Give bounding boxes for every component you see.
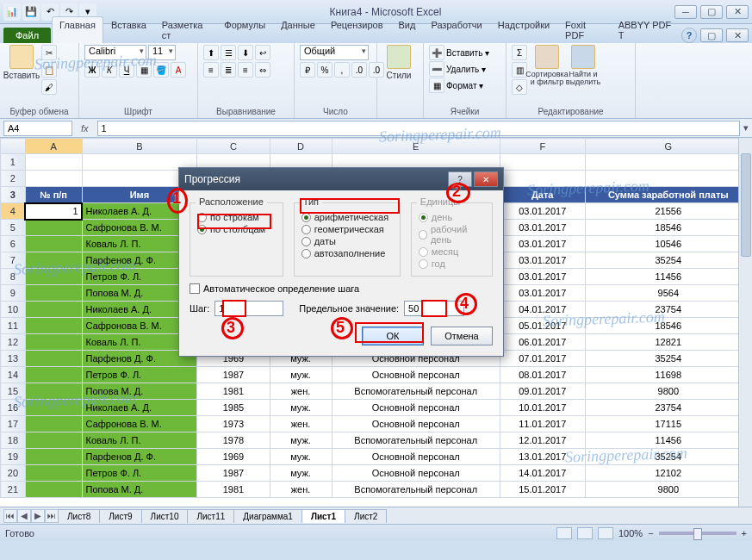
sheet-tab[interactable]: Лист11 bbox=[187, 509, 234, 523]
cell[interactable]: жен. bbox=[270, 383, 332, 400]
sheet-nav-prev[interactable]: ◀ bbox=[17, 509, 31, 523]
cell[interactable]: 03.01.2017 bbox=[500, 285, 585, 302]
sheet-tab[interactable]: Лист1 bbox=[301, 509, 345, 523]
row-header[interactable]: 6 bbox=[1, 236, 26, 252]
cell[interactable] bbox=[585, 171, 751, 187]
cell[interactable]: 12821 bbox=[585, 334, 751, 351]
copy-button[interactable]: 📋 bbox=[41, 62, 57, 78]
sheet-tab[interactable]: Лист9 bbox=[99, 509, 141, 523]
help-icon[interactable]: ? bbox=[681, 28, 697, 43]
cell[interactable]: жен. bbox=[270, 416, 332, 432]
fill-button[interactable]: ▥ bbox=[512, 62, 527, 78]
sheet-nav-next[interactable]: ▶ bbox=[31, 509, 45, 523]
align-middle-button[interactable]: ☰ bbox=[221, 45, 236, 60]
italic-button[interactable]: К bbox=[102, 62, 117, 78]
column-header-C[interactable]: C bbox=[197, 139, 270, 154]
sheet-tab[interactable]: Лист10 bbox=[141, 509, 189, 523]
cell[interactable] bbox=[25, 220, 82, 236]
cell[interactable] bbox=[585, 154, 751, 171]
header-cell[interactable]: Дата bbox=[500, 187, 585, 203]
sheet-tab[interactable]: Лист8 bbox=[58, 509, 100, 523]
cell[interactable] bbox=[500, 154, 585, 171]
radio-geometric[interactable]: геометрическая bbox=[301, 224, 393, 234]
row-header[interactable]: 16 bbox=[1, 400, 26, 416]
cell[interactable]: 17115 bbox=[585, 416, 751, 432]
ribbon-tab-3[interactable]: Формулы bbox=[216, 16, 273, 43]
cell[interactable]: Основной персонал bbox=[332, 449, 500, 465]
cell[interactable]: 35254 bbox=[585, 449, 751, 465]
row-header[interactable]: 21 bbox=[1, 482, 26, 498]
cell[interactable]: 11456 bbox=[585, 269, 751, 285]
autosum-button[interactable]: Σ bbox=[512, 45, 527, 60]
sheet-tab[interactable]: Лист2 bbox=[345, 509, 387, 523]
column-header-E[interactable]: E bbox=[332, 139, 500, 154]
save-button[interactable]: 💾 bbox=[22, 3, 40, 21]
vertical-scrollbar[interactable] bbox=[738, 138, 752, 507]
cell[interactable]: Попова М. Д. bbox=[82, 482, 197, 498]
cell[interactable] bbox=[25, 302, 82, 318]
cell[interactable]: 1987 bbox=[197, 465, 270, 482]
cell[interactable]: 03.01.2017 bbox=[500, 252, 585, 269]
cell[interactable]: 1973 bbox=[197, 416, 270, 432]
row-header[interactable]: 2 bbox=[1, 171, 26, 187]
cell[interactable]: 09.01.2017 bbox=[500, 383, 585, 400]
find-select-button[interactable]: Найти и выделить bbox=[567, 45, 600, 86]
cell[interactable]: Петров Ф. Л. bbox=[82, 367, 197, 383]
cell[interactable] bbox=[25, 318, 82, 334]
cell[interactable]: Николаев А. Д. bbox=[82, 400, 197, 416]
cell[interactable]: 1969 bbox=[197, 449, 270, 465]
cell[interactable]: Основной персонал bbox=[332, 416, 500, 432]
cell[interactable]: жен. bbox=[270, 482, 332, 498]
cell[interactable]: 35254 bbox=[585, 351, 751, 367]
excel-icon[interactable]: 📊 bbox=[3, 3, 21, 21]
row-header[interactable]: 1 bbox=[1, 154, 26, 171]
cell[interactable] bbox=[25, 269, 82, 285]
row-header[interactable]: 7 bbox=[1, 252, 26, 269]
radio-by-rows[interactable]: по строкам bbox=[197, 212, 276, 222]
zoom-level[interactable]: 100% bbox=[618, 528, 643, 538]
ribbon-tab-2[interactable]: Разметка ст bbox=[154, 16, 216, 43]
ribbon-tab-9[interactable]: Foxit PDF bbox=[557, 16, 611, 43]
cell[interactable] bbox=[25, 449, 82, 465]
row-header[interactable]: 20 bbox=[1, 465, 26, 482]
currency-button[interactable]: ₽ bbox=[300, 62, 315, 78]
cell[interactable]: 11.01.2017 bbox=[500, 416, 585, 432]
cell[interactable] bbox=[25, 154, 82, 171]
cell[interactable]: муж. bbox=[270, 465, 332, 482]
format-cells-button[interactable]: ▦ bbox=[429, 78, 444, 93]
format-painter-button[interactable]: 🖌 bbox=[41, 79, 57, 95]
font-color-button[interactable]: A bbox=[171, 62, 186, 78]
cell[interactable]: 03.01.2017 bbox=[500, 203, 585, 220]
ok-button[interactable]: ОК bbox=[362, 327, 424, 345]
cell[interactable]: муж. bbox=[270, 367, 332, 383]
cell[interactable]: 11698 bbox=[585, 367, 751, 383]
column-header-G[interactable]: G bbox=[585, 139, 751, 154]
font-name-combo[interactable]: Calibri bbox=[84, 45, 146, 60]
cell[interactable]: 05.01.2017 bbox=[500, 318, 585, 334]
align-center-button[interactable]: ≣ bbox=[221, 62, 236, 78]
cell[interactable]: 1981 bbox=[197, 383, 270, 400]
bold-button[interactable]: Ж bbox=[84, 62, 100, 78]
cell[interactable]: 1981 bbox=[197, 482, 270, 498]
fill-color-button[interactable]: 🪣 bbox=[153, 62, 169, 78]
dialog-close-button[interactable]: ✕ bbox=[474, 171, 498, 187]
cell[interactable]: 1985 bbox=[197, 400, 270, 416]
align-top-button[interactable]: ⬆ bbox=[203, 45, 219, 60]
file-tab[interactable]: Файл bbox=[3, 28, 51, 43]
normal-view-button[interactable] bbox=[556, 527, 572, 539]
column-header-B[interactable]: B bbox=[82, 139, 197, 154]
cell[interactable]: 18546 bbox=[585, 318, 751, 334]
ribbon-tab-4[interactable]: Данные bbox=[273, 16, 323, 43]
cell[interactable] bbox=[500, 171, 585, 187]
row-header[interactable]: 10 bbox=[1, 302, 26, 318]
align-right-button[interactable]: ≡ bbox=[238, 62, 253, 78]
header-cell[interactable]: № п/п bbox=[25, 187, 82, 203]
cell[interactable]: Основной персонал bbox=[332, 400, 500, 416]
column-header-D[interactable]: D bbox=[270, 139, 332, 154]
cell[interactable]: 1978 bbox=[197, 432, 270, 449]
underline-button[interactable]: Ч bbox=[119, 62, 134, 78]
row-header[interactable]: 18 bbox=[1, 432, 26, 449]
cell[interactable]: 12.01.2017 bbox=[500, 432, 585, 449]
dialog-help-button[interactable]: ? bbox=[448, 171, 472, 187]
cell[interactable]: 18546 bbox=[585, 220, 751, 236]
